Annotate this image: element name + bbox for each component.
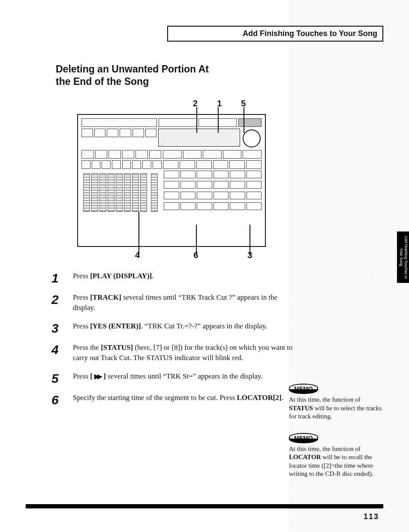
- ghost-text: ·: [373, 268, 375, 275]
- chapter-header-box: Add Finishing Touches to Your Song: [167, 26, 383, 42]
- step-text: Specify the starting time of the segment…: [73, 394, 237, 402]
- memo-text-part: At this time, the function of: [289, 396, 361, 403]
- step-text: [: [90, 372, 94, 380]
- memo-badge-icon: MEMO: [289, 433, 318, 443]
- step-number: 1: [51, 271, 69, 285]
- step-body: Specify the starting time of the segment…: [69, 393, 296, 403]
- section-title: Deleting an Unwanted Portion At the End …: [56, 63, 210, 88]
- step-text: Press the: [73, 343, 101, 352]
- step-number: 2: [51, 292, 69, 306]
- callout-lead-2: [196, 107, 197, 133]
- footer-rule: [26, 504, 383, 508]
- memo-text-part: At this time, the function of: [289, 445, 361, 452]
- page-number: 113: [364, 512, 379, 521]
- step-text: ]: [102, 372, 106, 380]
- transport-grid-icon: [164, 171, 262, 212]
- step-number: 3: [51, 321, 69, 335]
- callout-lead-6: [196, 225, 197, 255]
- memo-text-part: STATUS: [289, 405, 313, 412]
- fader-bank-icon: [81, 173, 159, 212]
- memo-badge-icon: MEMO: [289, 384, 318, 394]
- page: Add Finishing Touches to Your Song Delet…: [0, 0, 409, 532]
- callout-row-top: 2 1 5: [77, 99, 266, 114]
- step-number: 6: [51, 393, 69, 406]
- step-text: .: [152, 272, 153, 280]
- step-text: Press: [73, 272, 90, 280]
- step-number: 5: [51, 371, 69, 385]
- step-text: Press: [73, 372, 90, 380]
- step-text: Press: [73, 293, 90, 301]
- step: 4Press the [STATUS] (here, [7] or [8]) f…: [51, 343, 296, 364]
- memo-text-part: LOCATOR: [289, 454, 321, 460]
- memo-text: At this time, the function of LOCATOR wi…: [289, 445, 383, 478]
- callout-row-bottom: 4 6 3: [77, 247, 266, 262]
- memo-text: At this time, the function of STATUS wil…: [289, 396, 383, 421]
- fast-forward-icon: ▶▶: [94, 372, 102, 382]
- step-body: Press the [STATUS] (here, [7] or [8]) fo…: [69, 343, 296, 364]
- step-text: [TRACK]: [90, 293, 121, 301]
- step: 3Press [YES (ENTER)]. “TRK Cut Tr.=?-?” …: [51, 321, 296, 335]
- step: 2Press [TRACK] several times until “TRK …: [51, 292, 296, 313]
- step: 1Press [PLAY (DISPLAY)].: [51, 271, 296, 285]
- device-panel-illustration: [77, 114, 266, 247]
- step-text: . “TRK Cut Tr.=?-?” appears in the displ…: [141, 322, 268, 330]
- step-text: [STATUS]: [101, 343, 133, 352]
- step-text: LOCATOR[2]: [237, 394, 281, 402]
- step: 6Specify the starting time of the segmen…: [51, 393, 296, 406]
- step-text: several times until “TRK St=” appears in…: [106, 372, 262, 380]
- edge-chapter-tab: Add Finishing Touches to Your Song: [397, 231, 409, 283]
- memo-sidebar: MEMOAt this time, the function of STATUS…: [289, 384, 383, 490]
- jog-wheel-icon: [243, 129, 261, 147]
- step-body: Press [ ▶▶ ] several times until “TRK St…: [69, 371, 296, 382]
- callout-lead-1: [218, 107, 219, 133]
- device-diagram: 2 1 5: [77, 99, 266, 262]
- step-text: .: [282, 394, 283, 402]
- step-body: Press [YES (ENTER)]. “TRK Cut Tr.=?-?” a…: [69, 321, 296, 332]
- step-text: Press: [73, 322, 90, 330]
- memo: MEMOAt this time, the function of LOCATO…: [289, 433, 383, 478]
- device-screen-icon: [158, 129, 240, 147]
- callout-lead-5: [244, 107, 244, 133]
- step-body: Press [PLAY (DISPLAY)].: [69, 271, 296, 282]
- step-number: 4: [51, 343, 69, 356]
- steps-list: 1Press [PLAY (DISPLAY)].2Press [TRACK] s…: [51, 271, 296, 407]
- step-text: [YES (ENTER)]: [90, 322, 141, 330]
- step: 5Press [ ▶▶ ] several times until “TRK S…: [51, 371, 296, 385]
- step-text: [PLAY (DISPLAY)]: [90, 272, 152, 280]
- step-body: Press [TRACK] several times until “TRK T…: [69, 292, 296, 313]
- callout-lead-3: [250, 225, 250, 255]
- callout-lead-4: [138, 212, 139, 255]
- memo: MEMOAt this time, the function of STATUS…: [289, 384, 383, 421]
